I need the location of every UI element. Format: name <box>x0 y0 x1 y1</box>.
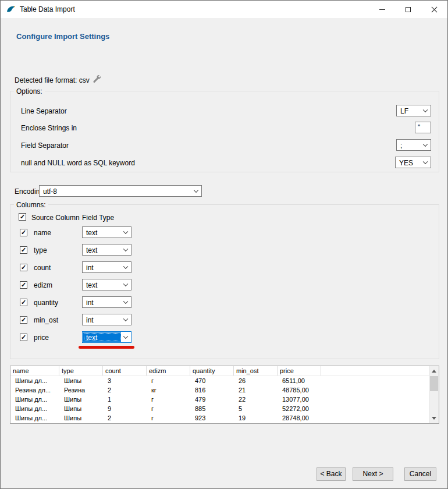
cell: 52272,00 <box>278 404 321 413</box>
preview-header[interactable]: quantity <box>190 366 234 375</box>
columns-groupbox <box>10 204 439 359</box>
table-row: Шипы дл... Шипы 3 г 470 26 6511,00 <box>10 376 429 385</box>
cell: 28748,00 <box>278 413 321 423</box>
minimize-button[interactable] <box>369 1 395 18</box>
preview-header[interactable]: type <box>59 366 103 375</box>
next-button[interactable]: Next > <box>353 467 393 481</box>
preview-header[interactable]: count <box>103 366 147 375</box>
enclose-strings-label: Enclose Strings in <box>21 124 77 132</box>
minimize-icon <box>379 9 385 10</box>
select-all-columns-checkbox[interactable]: ✓ <box>19 213 26 221</box>
column-name: min_ost <box>34 316 58 324</box>
cell: 22 <box>234 395 278 404</box>
columns-legend: Columns: <box>14 201 48 209</box>
field-type-select-min-ost[interactable]: int <box>82 314 131 325</box>
preview-header[interactable]: edizm <box>147 366 190 375</box>
scroll-down-icon[interactable] <box>432 417 436 420</box>
line-separator-select[interactable]: LF <box>396 105 431 116</box>
field-type-select-quantity[interactable]: int <box>82 296 131 308</box>
cell: Шипы <box>59 404 103 413</box>
scrollbar-thumb[interactable] <box>430 376 438 391</box>
source-column-header: Source Column <box>31 214 80 222</box>
column-name: edizm <box>34 281 52 289</box>
column-name: quantity <box>34 299 58 307</box>
chevron-down-icon <box>123 317 128 321</box>
scroll-up-icon[interactable] <box>432 370 436 373</box>
cell: 2 <box>103 413 147 423</box>
cell: 923 <box>190 413 234 423</box>
chevron-down-icon <box>423 108 428 112</box>
cell: 816 <box>190 385 234 395</box>
cell: 9 <box>103 404 147 413</box>
preview-header[interactable]: min_ost <box>234 366 278 375</box>
wrench-icon[interactable] <box>93 75 101 83</box>
table-data-import-window: Table Data Import Configure Import Setti… <box>0 0 448 489</box>
preview-header[interactable]: price <box>278 366 321 375</box>
cell: кг <box>147 385 190 395</box>
column-checkbox-min-ost[interactable]: ✓ <box>20 316 27 324</box>
close-button[interactable] <box>421 1 447 18</box>
chevron-down-icon <box>123 282 128 286</box>
annotation-underline <box>79 346 134 349</box>
mysql-dolphin-icon <box>6 5 16 14</box>
maximize-button[interactable] <box>395 1 421 18</box>
cell: Шипы <box>59 395 103 404</box>
page-title: Configure Import Settings <box>16 32 109 41</box>
cell: Шипы <box>59 413 103 423</box>
cell: 470 <box>190 376 234 385</box>
table-row: Шипы дл... Шипы 1 г 479 22 13077,00 <box>10 395 429 404</box>
enclose-strings-input[interactable] <box>415 122 431 133</box>
chevron-down-icon <box>423 160 428 164</box>
cell: Шипы дл... <box>10 413 59 423</box>
cell: 1 <box>103 395 147 404</box>
vertical-scrollbar[interactable] <box>429 366 439 423</box>
chevron-down-icon <box>423 142 428 147</box>
cell: г <box>147 395 190 404</box>
chevron-down-icon <box>123 247 128 251</box>
preview-table: name type count edizm quantity min_ost p… <box>10 366 439 424</box>
null-keyword-select[interactable]: YES <box>395 157 431 168</box>
cell: 21 <box>234 385 278 395</box>
cell: 13077,00 <box>278 395 321 404</box>
encoding-select[interactable]: utf-8 <box>39 185 202 197</box>
column-name: count <box>34 264 51 272</box>
detected-format-label: Detected file format: csv <box>15 76 90 84</box>
cell: 2 <box>103 385 147 395</box>
cancel-button[interactable]: Cancel <box>404 467 436 481</box>
field-type-select-price[interactable]: text <box>82 331 131 343</box>
field-separator-select[interactable]: ; <box>396 139 431 151</box>
cell: Шипы дл... <box>10 404 59 413</box>
column-checkbox-type[interactable]: ✓ <box>20 246 27 254</box>
column-checkbox-name[interactable]: ✓ <box>20 229 27 236</box>
preview-header-row: name type count edizm quantity min_ost p… <box>10 366 429 376</box>
table-row: Шипы дл... Шипы 2 г 923 19 28748,00 <box>10 413 429 423</box>
chevron-down-icon <box>123 334 128 339</box>
field-type-select-name[interactable]: text <box>82 226 131 238</box>
column-checkbox-edizm[interactable]: ✓ <box>20 281 27 289</box>
field-type-select-edizm[interactable]: text <box>82 279 131 290</box>
field-type-select-type[interactable]: text <box>82 244 131 256</box>
column-checkbox-count[interactable]: ✓ <box>20 264 27 271</box>
cell: 885 <box>190 404 234 413</box>
field-type-header: Field Type <box>82 214 114 222</box>
cell: Шипы <box>59 376 103 385</box>
cell: 3 <box>103 376 147 385</box>
field-separator-label: Field Separator <box>21 141 69 150</box>
field-type-select-count[interactable]: int <box>82 261 131 273</box>
column-checkbox-quantity[interactable]: ✓ <box>20 299 27 306</box>
cell: 5 <box>234 404 278 413</box>
column-name: type <box>34 246 47 254</box>
null-keyword-label: null and NULL word as SQL keyword <box>21 159 135 167</box>
cell: Шипы дл... <box>10 376 59 385</box>
cell: г <box>147 413 190 423</box>
title-bar: Table Data Import <box>1 1 447 18</box>
back-button[interactable]: < Back <box>317 467 346 481</box>
cell: 48785,00 <box>278 385 321 395</box>
chevron-down-icon <box>123 299 128 304</box>
chevron-down-icon <box>194 188 198 193</box>
preview-header[interactable]: name <box>10 366 59 375</box>
table-row: Резина дл... Резина 2 кг 816 21 48785,00 <box>10 385 429 395</box>
cell: 6511,00 <box>278 376 321 385</box>
column-checkbox-price[interactable]: ✓ <box>20 334 27 341</box>
cell: Резина <box>59 385 103 395</box>
